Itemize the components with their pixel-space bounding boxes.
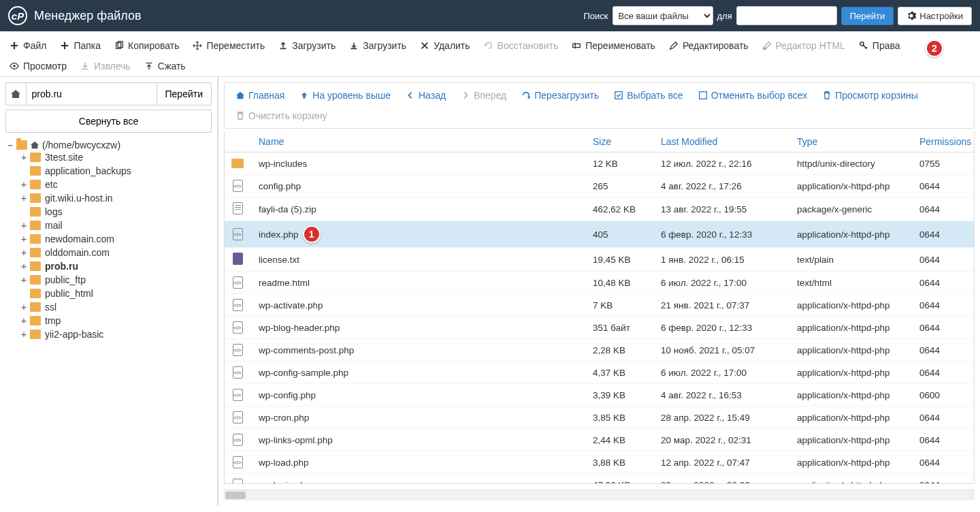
col-permissions[interactable]: Permissions (913, 131, 974, 152)
file-type: application/x-httpd-php (790, 296, 913, 315)
move-button[interactable]: Переместить (186, 35, 272, 56)
tree-item-label: ssl (45, 302, 56, 313)
perms-button[interactable]: Права (852, 35, 907, 56)
collapse-toggle-icon[interactable]: − (5, 140, 15, 150)
rename-button[interactable]: Переименовать (565, 35, 662, 56)
nav-reload-button[interactable]: Перезагрузить (514, 86, 606, 105)
table-row[interactable]: license.txt 19,45 KB 1 янв. 2022 г., 06:… (225, 248, 974, 272)
tree-item[interactable]: + prob.ru (19, 261, 212, 272)
search-go-button[interactable]: Перейти (841, 7, 894, 25)
table-row[interactable]: </> readme.html 10,48 KB 6 июл. 2022 г.,… (225, 272, 974, 294)
expand-toggle-icon[interactable]: + (19, 261, 29, 272)
nav-selectall-button[interactable]: Выбрать все (607, 86, 689, 105)
upload-button[interactable]: Загрузить (272, 35, 342, 56)
eye-icon (10, 61, 19, 71)
tree-item[interactable]: + 3test.site (19, 152, 212, 163)
file-modified: 13 авг. 2022 г., 19:55 (654, 200, 790, 219)
table-row[interactable]: </> wp-blog-header.php 351 байт 6 февр. … (225, 317, 974, 339)
file-type: text/plain (790, 251, 913, 269)
home-icon (235, 91, 245, 100)
tree-item[interactable]: + mail (19, 220, 212, 231)
download-button[interactable]: Загрузить (342, 35, 413, 56)
reload-icon (521, 91, 531, 100)
compress-button[interactable]: Сжать (137, 56, 193, 76)
nav-forward-button: Вперед (454, 86, 513, 105)
expand-toggle-icon[interactable]: + (19, 247, 29, 258)
table-header: Name Size Last Modified Type Permissions (225, 131, 974, 153)
tree-item[interactable]: + olddomain.com (19, 247, 212, 258)
horizontal-scrollbar[interactable] (224, 490, 975, 500)
expand-toggle-icon[interactable]: + (19, 234, 29, 244)
folder-button[interactable]: Папка (53, 35, 108, 56)
copy-button[interactable]: Копировать (108, 35, 186, 56)
main-area: Перейти Свернуть все − (/home/bwcycxzw) … (0, 77, 980, 506)
table-row[interactable]: </> config.php 265 4 авг. 2022 г., 17:26… (225, 175, 974, 197)
tree-item-label: public_html (45, 288, 93, 299)
nav-deselect-button[interactable]: Отменить выбор всех (691, 86, 815, 105)
folder-icon (30, 248, 41, 257)
expand-toggle-icon[interactable]: + (19, 274, 29, 285)
tree-item[interactable]: + etc (19, 179, 212, 190)
file-permissions: 0644 (913, 296, 974, 315)
table-row[interactable]: </> wp-comments-post.php 2,28 KB 10 нояб… (225, 339, 974, 362)
search-scope-select[interactable]: Все ваши файлы (612, 6, 713, 25)
tree-item[interactable]: + yii2-app-basic (19, 329, 212, 340)
tree-item[interactable]: logs (19, 206, 212, 217)
folder-icon (30, 221, 41, 230)
expand-toggle-icon[interactable]: + (19, 220, 29, 231)
file-type: application/x-httpd-php (790, 225, 913, 244)
table-row[interactable]: </> wp-login.php 47,36 KB 29 апр. 2022 г… (225, 474, 974, 484)
table-row[interactable]: </> index.php1 405 6 февр. 2020 г., 12:3… (225, 221, 974, 248)
path-input[interactable] (26, 82, 157, 106)
tree-item-label: tmp (45, 315, 61, 326)
app-title: Менеджер файлов (34, 9, 583, 23)
tree-item[interactable]: public_html (19, 288, 212, 299)
table-row[interactable]: </> wp-activate.php 7 KB 21 янв. 2021 г.… (225, 294, 974, 317)
file-size: 47,36 KB (586, 476, 654, 485)
table-row[interactable]: </> wp-links-opml.php 2,44 KB 20 мар. 20… (225, 429, 974, 451)
expand-toggle-icon[interactable]: + (19, 329, 29, 340)
search-input[interactable] (736, 6, 837, 25)
delete-button[interactable]: Удалить (413, 35, 476, 56)
view-button[interactable]: Просмотр (3, 56, 74, 76)
col-size[interactable]: Size (586, 131, 654, 152)
tree-item[interactable]: + ssl (19, 302, 212, 313)
path-go-button[interactable]: Перейти (157, 82, 212, 106)
table-row[interactable]: </> wp-config-sample.php 4,37 KB 6 июл. … (225, 362, 974, 384)
uncheck-icon (698, 91, 708, 100)
tree-item[interactable]: + newdomain.com (19, 234, 212, 244)
table-row[interactable]: wp-includes 12 KB 12 июл. 2022 г., 22:16… (225, 153, 974, 175)
table-row[interactable]: fayli-da (5).zip 462,62 KB 13 авг. 2022 … (225, 197, 974, 221)
file-button[interactable]: Файл (3, 35, 53, 56)
tree-item[interactable]: + tmp (19, 315, 212, 326)
col-modified[interactable]: Last Modified (654, 131, 790, 152)
expand-toggle-icon[interactable]: + (19, 193, 29, 204)
table-row[interactable]: </> wp-cron.php 3,85 KB 28 апр. 2022 г.,… (225, 406, 974, 429)
nav-back-button[interactable]: Назад (399, 86, 453, 105)
home-button[interactable] (5, 82, 26, 106)
table-row[interactable]: </> wp-config.php 3,39 KB 4 авг. 2022 г.… (225, 384, 974, 406)
nav-viewtrash-button[interactable]: Просмотр корзины (815, 86, 925, 105)
collapse-all-button[interactable]: Свернуть все (5, 110, 212, 133)
home-icon (10, 89, 21, 99)
expand-toggle-icon[interactable]: + (19, 152, 29, 163)
tree-item[interactable]: application_backups (19, 165, 212, 176)
tree-item[interactable]: + git.wiki.u-host.in (19, 193, 212, 204)
settings-button[interactable]: Настройки (898, 7, 972, 25)
expand-toggle-icon[interactable]: + (19, 179, 29, 190)
col-type[interactable]: Type (790, 131, 913, 152)
folder-icon (16, 140, 27, 150)
expand-toggle-icon[interactable]: + (19, 302, 29, 313)
nav-home-button[interactable]: Главная (229, 86, 291, 105)
tree-item[interactable]: + public_ftp (19, 274, 212, 285)
trash-icon (235, 111, 245, 121)
edit-button[interactable]: Редактировать (662, 35, 755, 56)
tree-root-item[interactable]: − (/home/bwcycxzw) (5, 140, 212, 150)
tree-item-label: prob.ru (45, 261, 78, 272)
table-row[interactable]: </> wp-load.php 3,88 KB 12 апр. 2022 г.,… (225, 451, 974, 474)
nav-up-button[interactable]: На уровень выше (293, 86, 397, 105)
expand-toggle-icon[interactable]: + (19, 315, 29, 326)
col-name[interactable]: Name (252, 131, 586, 152)
file-type: application/x-httpd-php (790, 409, 913, 427)
file-permissions: 0644 (913, 319, 974, 337)
